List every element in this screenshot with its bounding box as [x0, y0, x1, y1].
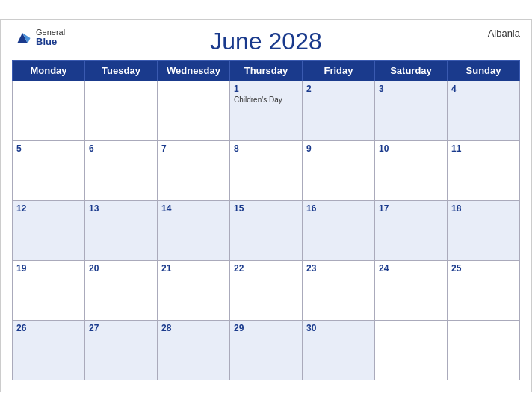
calendar-cell	[375, 320, 448, 380]
day-number: 8	[234, 143, 298, 154]
day-number: 24	[379, 263, 443, 274]
country-label: Albania	[488, 28, 520, 39]
calendar-cell: 27	[85, 320, 158, 380]
calendar-cell: 1Children's Day	[230, 81, 303, 140]
calendar-cell: 25	[448, 260, 520, 320]
calendar-cell: 30	[303, 320, 375, 380]
day-number: 10	[379, 143, 443, 154]
calendar-header: General Blue June 2028 Albania	[12, 28, 520, 55]
calendar-week-2: 567891011	[13, 140, 520, 200]
weekday-header-tuesday: Tuesday	[85, 60, 158, 81]
calendar-cell	[448, 320, 520, 380]
calendar-week-5: 2627282930	[13, 320, 520, 380]
day-number: 21	[161, 263, 226, 274]
weekday-header-friday: Friday	[303, 60, 375, 81]
calendar-cell: 8	[230, 140, 303, 200]
logo-area: General Blue	[12, 28, 65, 49]
calendar-title: June 2028	[210, 28, 321, 55]
calendar-cell: 14	[158, 200, 230, 260]
calendar-cell: 23	[303, 260, 375, 320]
calendar-week-1: 1Children's Day234	[13, 81, 520, 140]
calendar-cell: 5	[13, 140, 85, 200]
calendar-cell	[85, 81, 158, 140]
day-number: 6	[89, 143, 153, 154]
day-number: 17	[379, 203, 443, 214]
day-number: 12	[16, 203, 81, 214]
logo-text: General Blue	[36, 28, 65, 47]
weekday-header-saturday: Saturday	[375, 60, 448, 81]
day-number: 18	[451, 203, 516, 214]
day-number: 22	[234, 263, 298, 274]
calendar-container: General Blue June 2028 Albania MondayTue…	[0, 19, 532, 392]
day-number: 20	[89, 263, 153, 274]
day-number: 15	[234, 203, 298, 214]
weekday-header-thursday: Thursday	[230, 60, 303, 81]
day-number: 2	[306, 84, 371, 94]
calendar-cell: 11	[448, 140, 520, 200]
day-number: 27	[89, 323, 153, 333]
calendar-cell: 2	[303, 81, 375, 140]
day-number: 7	[161, 143, 226, 154]
calendar-cell: 29	[230, 320, 303, 380]
calendar-grid: MondayTuesdayWednesdayThursdayFridaySatu…	[12, 60, 520, 380]
calendar-cell	[13, 81, 85, 140]
day-number: 14	[161, 203, 226, 214]
calendar-cell: 21	[158, 260, 230, 320]
day-number: 23	[306, 263, 371, 274]
calendar-cell: 6	[85, 140, 158, 200]
weekday-header-sunday: Sunday	[448, 60, 520, 81]
calendar-cell: 20	[85, 260, 158, 320]
calendar-cell: 16	[303, 200, 375, 260]
weekday-header-monday: Monday	[13, 60, 85, 81]
day-number: 25	[451, 263, 516, 274]
day-number: 3	[379, 84, 443, 94]
day-number: 26	[16, 323, 81, 333]
day-number: 1	[234, 84, 298, 94]
calendar-cell: 24	[375, 260, 448, 320]
day-number: 9	[306, 143, 371, 154]
calendar-week-4: 19202122232425	[13, 260, 520, 320]
day-number: 16	[306, 203, 371, 214]
calendar-cell: 17	[375, 200, 448, 260]
calendar-cell: 9	[303, 140, 375, 200]
logo-icon	[12, 28, 33, 49]
calendar-cell: 26	[13, 320, 85, 380]
calendar-cell: 19	[13, 260, 85, 320]
day-number: 29	[234, 323, 298, 333]
calendar-cell: 28	[158, 320, 230, 380]
calendar-cell: 15	[230, 200, 303, 260]
calendar-cell: 4	[448, 81, 520, 140]
calendar-cell: 18	[448, 200, 520, 260]
calendar-cell: 22	[230, 260, 303, 320]
day-number: 4	[451, 84, 516, 94]
day-number: 30	[306, 323, 371, 333]
day-number: 13	[89, 203, 153, 214]
logo-blue-text: Blue	[36, 37, 65, 47]
calendar-cell: 10	[375, 140, 448, 200]
calendar-cell: 3	[375, 81, 448, 140]
calendar-cell	[158, 81, 230, 140]
weekday-header-row: MondayTuesdayWednesdayThursdayFridaySatu…	[13, 60, 520, 81]
weekday-header-wednesday: Wednesday	[158, 60, 230, 81]
day-number: 19	[16, 263, 81, 274]
calendar-week-3: 12131415161718	[13, 200, 520, 260]
calendar-cell: 13	[85, 200, 158, 260]
day-number: 5	[16, 143, 81, 154]
day-number: 28	[161, 323, 226, 333]
holiday-name: Children's Day	[234, 96, 298, 105]
day-number: 11	[451, 143, 516, 154]
calendar-cell: 12	[13, 200, 85, 260]
calendar-cell: 7	[158, 140, 230, 200]
